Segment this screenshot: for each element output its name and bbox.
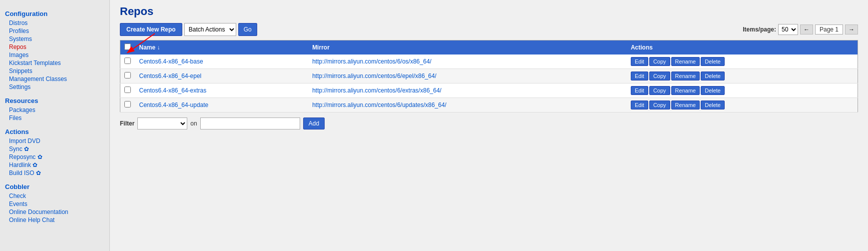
sidebar-item-sync[interactable]: Sync ✿	[5, 145, 104, 153]
filter-input[interactable]	[200, 118, 300, 130]
page-title: Repos	[120, 5, 858, 18]
go-button[interactable]: Go	[238, 23, 257, 36]
filter-label: Filter	[120, 120, 134, 127]
rename-button[interactable]: Rename	[671, 72, 700, 80]
add-filter-button[interactable]: Add	[303, 118, 325, 130]
copy-button[interactable]: Copy	[649, 100, 670, 110]
main-content: Repos Create New Repo Batch Actions Go I…	[110, 0, 868, 251]
edit-button[interactable]: Edit	[631, 100, 648, 110]
rename-button[interactable]: Rename	[671, 57, 700, 66]
sidebar-item-online-help-chat[interactable]: Online Help Chat	[5, 216, 104, 224]
sidebar-item-profiles[interactable]: Profiles	[5, 27, 104, 35]
actions-column-header: Actions	[627, 40, 858, 55]
prev-page-button[interactable]: ←	[800, 24, 813, 34]
repo-name-link[interactable]: Centos6.4-x86_64-extras	[139, 87, 207, 94]
rename-button[interactable]: Rename	[671, 86, 700, 95]
sidebar-item-check[interactable]: Check	[5, 192, 104, 200]
row-checkbox[interactable]	[124, 72, 131, 78]
mirror-column-header: Mirror	[308, 40, 627, 55]
cobbler-section-title: Cobbler	[5, 183, 104, 190]
delete-button[interactable]: Delete	[701, 72, 725, 80]
mirror-link[interactable]: http://mirrors.aliyun.com/centos/6/extra…	[312, 87, 441, 94]
sidebar-item-kickstart-templates[interactable]: Kickstart Templates	[5, 59, 104, 67]
row-checkbox[interactable]	[124, 101, 131, 108]
table-header-row: Name ↓ Mirror Actions	[120, 40, 858, 55]
sidebar-item-snippets[interactable]: Snippets	[5, 67, 104, 75]
sidebar-item-reposync[interactable]: Reposync ✿	[5, 153, 104, 161]
row-checkbox[interactable]	[124, 86, 131, 93]
actions-section-title: Actions	[5, 128, 104, 136]
sidebar-item-events[interactable]: Events	[5, 200, 104, 208]
items-per-page-label: Items/page:	[743, 26, 776, 33]
resources-section-title: Resources	[5, 97, 104, 104]
sidebar-item-build-iso[interactable]: Build ISO ✿	[5, 169, 104, 177]
delete-button[interactable]: Delete	[701, 100, 725, 110]
sidebar-item-systems[interactable]: Systems	[5, 35, 104, 43]
mirror-link[interactable]: http://mirrors.aliyun.com/centos/6/updat…	[312, 102, 446, 108]
sidebar-item-settings[interactable]: Settings	[5, 83, 104, 91]
on-label: on	[190, 120, 197, 127]
table-row: Centos6.4-x86_64-extrashttp://mirrors.al…	[120, 84, 858, 98]
repo-name-link[interactable]: Centos6.4-x86_64-update	[139, 102, 209, 108]
delete-button[interactable]: Delete	[701, 86, 725, 95]
repo-name-link[interactable]: Centos6.4-x86_64-epel	[139, 72, 202, 80]
copy-button[interactable]: Copy	[649, 86, 670, 95]
create-new-repo-button[interactable]: Create New Repo	[120, 23, 182, 36]
config-section-title: Configuration	[5, 10, 104, 18]
sidebar-item-repos[interactable]: Repos	[5, 43, 104, 51]
batch-actions-select[interactable]: Batch Actions	[184, 23, 236, 36]
copy-button[interactable]: Copy	[649, 57, 670, 66]
table-row: Centos6.4-x86_64-updatehttp://mirrors.al…	[120, 98, 858, 112]
edit-button[interactable]: Edit	[631, 57, 648, 66]
sidebar-item-hardlink[interactable]: Hardlink ✿	[5, 161, 104, 169]
repos-table: Name ↓ Mirror Actions Centos6.4-x86_64-b…	[120, 40, 858, 112]
edit-button[interactable]: Edit	[631, 86, 648, 95]
sidebar-item-management-classes[interactable]: Management Classes	[5, 75, 104, 83]
rename-button[interactable]: Rename	[671, 100, 700, 110]
mirror-link[interactable]: http://mirrors.aliyun.com/centos/6/os/x8…	[312, 58, 432, 65]
delete-button[interactable]: Delete	[701, 57, 725, 66]
mirror-link[interactable]: http://mirrors.aliyun.com/centos/6/epel/…	[312, 72, 436, 80]
repo-name-link[interactable]: Centos6.4-x86_64-base	[139, 58, 203, 65]
filter-select[interactable]	[137, 118, 187, 130]
select-all-header	[120, 40, 135, 55]
row-checkbox[interactable]	[124, 58, 131, 64]
filter-row: Filter on Add	[120, 112, 858, 134]
sidebar-item-distros[interactable]: Distros	[5, 19, 104, 27]
table-row: Centos6.4-x86_64-basehttp://mirrors.aliy…	[120, 54, 858, 69]
sidebar-item-files[interactable]: Files	[5, 114, 104, 122]
copy-button[interactable]: Copy	[649, 72, 670, 80]
sidebar-item-import-dvd[interactable]: Import DVD	[5, 137, 104, 145]
sidebar-item-images[interactable]: Images	[5, 51, 104, 59]
select-all-checkbox[interactable]	[124, 44, 131, 50]
page-display: Page 1	[815, 24, 843, 34]
name-column-header[interactable]: Name ↓	[135, 40, 309, 55]
toolbar: Create New Repo Batch Actions Go Items/p…	[120, 23, 858, 36]
table-row: Centos6.4-x86_64-epelhttp://mirrors.aliy…	[120, 69, 858, 84]
sidebar-item-packages[interactable]: Packages	[5, 106, 104, 114]
next-page-button[interactable]: →	[845, 24, 858, 34]
edit-button[interactable]: Edit	[631, 72, 648, 80]
sidebar-item-online-documentation[interactable]: Online Documentation	[5, 208, 104, 216]
sidebar: Configuration DistrosProfilesSystemsRepo…	[0, 0, 110, 251]
pagination: Items/page: 50 ← Page 1 →	[743, 24, 858, 35]
items-per-page-select[interactable]: 50	[778, 24, 798, 35]
